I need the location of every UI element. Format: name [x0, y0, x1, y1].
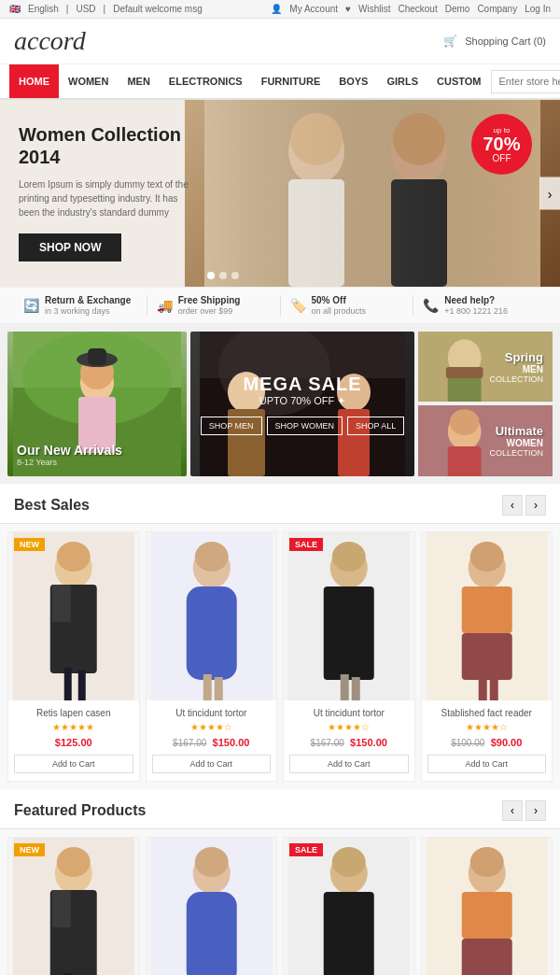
best-sales-title: Best Sales	[14, 497, 90, 514]
currency-separator: |	[66, 4, 69, 14]
currency-selector[interactable]: USD	[76, 4, 95, 14]
info-return-text: Return & Exchange in 3 working days	[45, 295, 131, 316]
product-image-4	[422, 532, 553, 700]
svg-rect-60	[52, 890, 71, 927]
product-stars-1: ★★★★★	[14, 722, 133, 732]
search-container: 🔍	[491, 70, 560, 93]
info-shipping: 🚚 Free Shipping order over $99	[147, 295, 281, 316]
product-info-3: Ut tincidunt tortor ★★★★☆ $167.00 $150.0…	[284, 700, 414, 781]
my-account-link[interactable]: My Account	[289, 4, 338, 14]
add-to-cart-2[interactable]: Add to Cart	[152, 755, 272, 773]
wishlist-link[interactable]: Wishlist	[358, 4, 390, 14]
promo-spring[interactable]: Spring MEN COLLECTION	[418, 332, 553, 402]
product-price-2: $167.00 $150.00	[152, 736, 272, 749]
shop-now-button[interactable]: Shop Now	[19, 233, 121, 261]
product-name-4: Stablished fact reader	[427, 708, 547, 718]
discount-off: OFF	[493, 153, 511, 163]
promo-ultimate[interactable]: Ultimate WOMEN COLLECTION	[418, 405, 553, 476]
svg-rect-78	[461, 892, 511, 939]
product-badge-3: SALE	[289, 538, 323, 551]
product-info-4: Stablished fact reader ★★★★☆ $100.00 $90…	[422, 700, 553, 781]
svg-rect-15	[88, 348, 106, 365]
add-to-cart-3[interactable]: Add to Cart	[289, 755, 409, 773]
checkout-link[interactable]: Checkout	[398, 4, 437, 14]
svg-rect-29	[448, 446, 482, 476]
promo-grid: Our New Arrivals 8-12 Years MEGA SALE	[0, 324, 560, 484]
best-sales-header: Best Sales ‹ ›	[0, 484, 560, 524]
product-card-3: SALE Ut tincidunt tortor ★★★★☆ $167.00 $…	[283, 531, 415, 782]
site-logo[interactable]: accord	[14, 26, 86, 56]
featured-image-4	[422, 838, 553, 975]
hero-description: Lorem Ipsum is simply dummy text of the …	[19, 177, 194, 219]
nav-electronics[interactable]: ELECTRONICS	[160, 64, 252, 98]
shop-all-button[interactable]: SHOP ALL	[347, 417, 404, 435]
best-sales-grid: NEW Retis lapen casen ★★★★★ $125.00 Add	[0, 524, 560, 789]
svg-rect-49	[352, 677, 360, 700]
heart-icon: ♥	[345, 4, 351, 14]
header-right: 🛒 Shopping Cart (0)	[443, 35, 546, 48]
nav-home[interactable]: HOME	[9, 64, 59, 98]
best-sales-section: Best Sales ‹ › NEW Retis lapen case	[0, 484, 560, 789]
nav-boys[interactable]: BOYS	[329, 64, 377, 98]
company-link[interactable]: Company	[477, 4, 517, 14]
return-icon: 🔄	[23, 298, 39, 313]
featured-image-3: SALE	[284, 838, 414, 975]
hero-next-button[interactable]: ›	[539, 177, 560, 210]
shipping-icon: 🚚	[157, 298, 173, 313]
product-badge-1: NEW	[14, 538, 45, 551]
mega-sale-content: MEGA SALE UPTO 70% OFF ✦ SHOP MEN SHOP W…	[201, 332, 405, 476]
svg-rect-46	[324, 586, 374, 680]
promo-new-arrivals[interactable]: Our New Arrivals 8-12 Years	[7, 332, 187, 476]
info-phone: 📞 Need help? +1 800 1221 216	[413, 295, 546, 316]
product-info-2: Ut tincidunt tortor ★★★★☆ $167.00 $150.0…	[147, 700, 277, 781]
hero-wrapper: Need Help? Women Collection 2014 Lorem I…	[0, 100, 560, 287]
svg-rect-53	[461, 633, 511, 680]
ultimate-label: Ultimate WOMEN COLLECTION	[489, 424, 543, 458]
site-header: accord 🛒 Shopping Cart (0)	[0, 19, 560, 64]
featured-prev[interactable]: ‹	[502, 800, 523, 821]
svg-rect-40	[186, 586, 236, 680]
nav-men[interactable]: MEN	[118, 64, 159, 98]
featured-products-grid: NEW Retis lapen casen ★★★★★ $125.00 Add	[0, 829, 560, 975]
product-name-1: Retis lapen casen	[14, 708, 133, 718]
info-bar: 🔄 Return & Exchange in 3 working days 🚚 …	[0, 287, 560, 324]
svg-point-41	[194, 542, 228, 572]
nav-custom[interactable]: CUSTOM	[427, 64, 490, 98]
hero-dot-3[interactable]	[231, 272, 239, 279]
best-sales-next[interactable]: ›	[525, 495, 546, 516]
svg-rect-56	[489, 677, 497, 700]
info-shipping-text: Free Shipping order over $99	[178, 295, 241, 316]
search-input[interactable]	[492, 71, 560, 92]
default-store: Default welcome msg	[113, 4, 203, 14]
product-price-4: $100.00 $90.00	[427, 736, 547, 749]
add-to-cart-1[interactable]: Add to Cart	[14, 755, 133, 773]
info-discount: 🏷️ 50% Off on all products	[281, 295, 414, 316]
promo-right-column: Spring MEN COLLECTION Ultimate WOMEN COL…	[418, 332, 553, 476]
hero-dot-1[interactable]	[207, 272, 215, 279]
top-bar: 🇬🇧 English | USD | Default welcome msg 👤…	[0, 0, 560, 19]
nav-furniture[interactable]: FURNITURE	[252, 64, 330, 98]
shop-women-button[interactable]: SHOP WOMEN	[267, 417, 343, 435]
add-to-cart-4[interactable]: Add to Cart	[427, 755, 547, 773]
promo-mega-sale[interactable]: MEGA SALE UPTO 70% OFF ✦ SHOP MEN SHOP W…	[190, 332, 414, 476]
login-link[interactable]: Log In	[525, 4, 551, 14]
cart-label[interactable]: Shopping Cart (0)	[465, 35, 546, 47]
info-discount-text: 50% Off on all products	[312, 295, 367, 316]
nav-women[interactable]: WOMEN	[59, 64, 118, 98]
shop-men-button[interactable]: SHOP MEN	[201, 417, 262, 435]
language-selector[interactable]: English	[28, 4, 59, 14]
svg-rect-42	[203, 674, 211, 700]
best-sales-prev[interactable]: ‹	[502, 495, 523, 516]
featured-next[interactable]: ›	[525, 800, 546, 821]
nav-girls[interactable]: GIRLS	[377, 64, 427, 98]
svg-rect-34	[52, 585, 71, 622]
top-bar-right: 👤 My Account ♥ Wishlist Checkout Demo Co…	[271, 4, 551, 14]
discount-icon: 🏷️	[290, 298, 306, 313]
svg-point-61	[57, 847, 91, 877]
hero-dot-2[interactable]	[219, 272, 227, 279]
demo-link[interactable]: Demo	[445, 4, 470, 14]
product-info-1: Retis lapen casen ★★★★★ $125.00 Add to C…	[8, 700, 139, 781]
product-image-2	[147, 532, 277, 700]
svg-rect-36	[64, 668, 72, 700]
svg-rect-52	[461, 586, 511, 633]
